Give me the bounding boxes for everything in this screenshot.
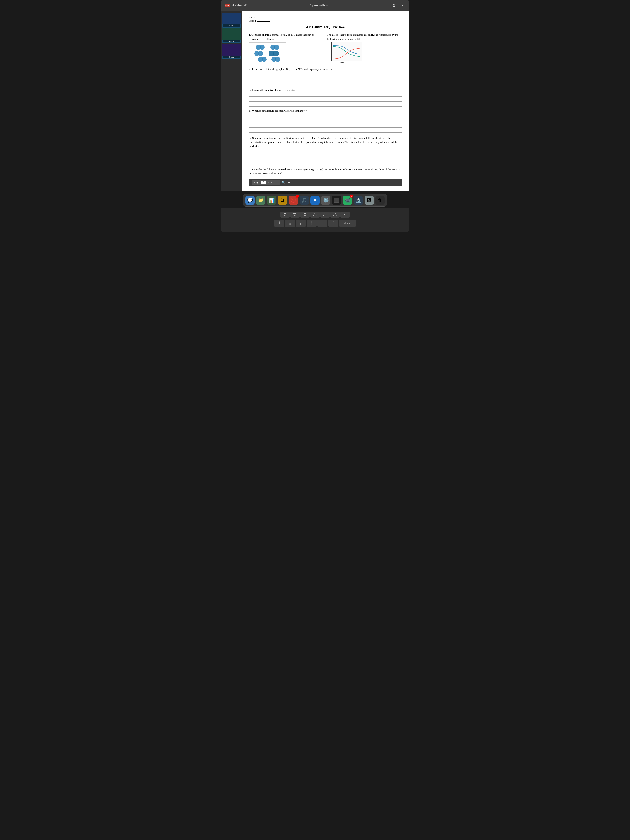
more-options-button[interactable]: ⋮ [400,2,406,8]
chevron-down-icon [326,5,328,6]
participant-avatar-garza [222,44,241,55]
dock-item-trash[interactable]: 🗑 [376,196,385,205]
concentration-graph [331,43,363,61]
q3-content: Consider the following general reaction … [249,168,400,175]
key-9-bottom: 9 [300,223,302,225]
print-icon: 🖨 [392,3,396,7]
key-f10[interactable]: ◁ F10 [310,212,320,218]
dock-item-unknown[interactable]: ⬛ [332,196,341,205]
keyboard-area: ◀◀ F7 ▶⏸ F8 ▶▶ F9 ◁ F10 ◁) F11 ◁)) F12 [221,208,409,232]
answer-line-1b-1 [249,93,402,97]
key-0[interactable]: ) 0 [307,219,317,227]
spacer: — [275,181,277,184]
dock-item-science[interactable]: 🔬 [354,196,363,205]
messages-icon: 💬 [247,197,253,203]
dock-item-facetime[interactable]: 📹 1 [343,196,352,205]
answer-line-1a-3 [249,82,402,86]
svg-point-5 [258,51,263,56]
finder-icon: 📁 [258,197,264,203]
pdf-header: Name Period [249,16,402,22]
page-label: Page [254,181,259,184]
settings-icon: ⚙️ [323,197,329,203]
svg-point-9 [262,57,267,62]
key-0-bottom: 0 [311,223,312,225]
key-8-bottom: 8 [289,223,291,225]
open-with-button[interactable]: Open with [307,2,331,8]
answer-line-1c-3 [249,123,402,128]
graph-svg [332,43,363,61]
dock-area: 💬 📁 📊 🗒 🚫 1 🎵 A ⚙️ [221,191,409,208]
pdf-badge: PDF [224,4,230,7]
key-f8[interactable]: ▶⏸ F8 [291,212,300,218]
zoom-in-button[interactable]: + [287,180,291,185]
svg-point-3 [274,45,279,50]
filename-label: HW 4-A.pdf [232,4,247,7]
key-7[interactable]: & 7 [274,219,284,227]
facetime-badge: 1 [350,195,353,198]
fn-key-row: ◀◀ F7 ▶⏸ F8 ▶▶ F9 ◁ F10 ◁) F11 ◁)) F12 [226,212,404,218]
q3-number: 3. [249,168,251,171]
answer-line-2-3 [249,160,402,164]
search-button[interactable]: 🔍 [281,181,285,184]
answer-line-1b-2 [249,98,402,102]
answer-line-1c-4 [249,128,402,133]
science-icon: 🔬 [355,197,361,203]
key-f11[interactable]: ◁) F11 [321,212,330,218]
key-f9[interactable]: ▶▶ F9 [300,212,309,218]
dock-item-numbers[interactable]: 📊 [267,196,276,205]
molecule-svg [249,43,286,63]
key-minus[interactable]: — - [317,219,327,227]
laptop-container: PDF HW 4-A.pdf Open with 🖨 ⋮ Lopez [221,0,409,232]
graph-x-label: — Time —→ [338,62,402,64]
svg-point-7 [273,51,279,57]
dock-item-photos[interactable]: 🖼 [365,196,374,205]
no-entry-icon: 🚫 [291,197,296,203]
q1-number: 1. [249,33,251,36]
q1-two-col: 1. Consider an initial mixture of N₂ and… [249,33,402,65]
q1b-letter: b. [249,88,251,92]
participant-name-lopez: Lopez [223,24,240,27]
name-label: Name [249,16,255,19]
dock-item-finder[interactable]: 📁 [256,196,265,205]
period-label: Period [249,19,256,22]
plus-icon: + [288,181,290,184]
mac-dock: 💬 📁 📊 🗒 🚫 1 🎵 A ⚙️ [243,194,387,207]
main-number-row: & 7 * 8 ( 9 ) 0 — - + = [226,219,404,227]
participant-avatar-lopez [222,13,241,24]
dock-item-appstore[interactable]: A [310,196,320,205]
q1c-label: c. When is equilibrium reached? How do y… [249,109,402,112]
q2-number: 2. [249,136,251,139]
dock-item-settings[interactable]: ⚙️ [321,196,330,205]
dock-item-noeentry[interactable]: 🚫 1 [289,196,298,205]
page-number-input[interactable] [261,181,267,184]
no-entry-badge: 1 [296,195,299,198]
key-9[interactable]: ( 9 [296,219,306,227]
f8-bottom-label: F8 [294,215,297,217]
q1a-text: Label each plot of the graph as N₂, H₂, … [252,68,332,71]
key-equals[interactable]: + = [328,219,338,227]
dock-item-messages[interactable]: 💬 [245,196,254,205]
q1a-letter: a. [249,68,251,71]
dock-item-music[interactable]: 🎵 [300,196,309,205]
q1-right-text: The gases react to form ammonia gas (NH₃… [327,33,402,41]
pdf-content: Name Period AP Chemistry HW 4-A 1. Consi… [242,11,409,191]
page-indicator: Page / 2 — [252,180,280,185]
f7-bottom-label: F7 [284,215,286,217]
q1-intro-text: 1. Consider an initial mixture of N₂ and… [249,33,324,41]
q2-text: 2. Suppose a reaction has the equilibriu… [249,136,402,148]
key-8[interactable]: * 8 [285,219,295,227]
print-button[interactable]: 🖨 [391,2,397,8]
key-f12[interactable]: ◁)) F12 [330,212,339,218]
key-delete[interactable]: delete [339,219,356,227]
delete-label: delete [344,222,351,224]
q1c-text: When is equilibrium reached? How do you … [252,109,307,112]
trash-icon: 🗑 [378,197,382,203]
q1-col-right: The gases react to form ammonia gas (NH₃… [327,33,402,65]
dock-item-notes[interactable]: 🗒 [278,196,287,205]
graph-container: Concentration [331,43,402,64]
key-f7[interactable]: ◀◀ F7 [280,212,290,218]
notes-icon: 🗒 [280,197,285,203]
top-bar: PDF HW 4-A.pdf Open with 🖨 ⋮ [221,0,409,11]
svg-point-1 [260,45,265,50]
key-power[interactable]: ⏻ [340,212,350,218]
